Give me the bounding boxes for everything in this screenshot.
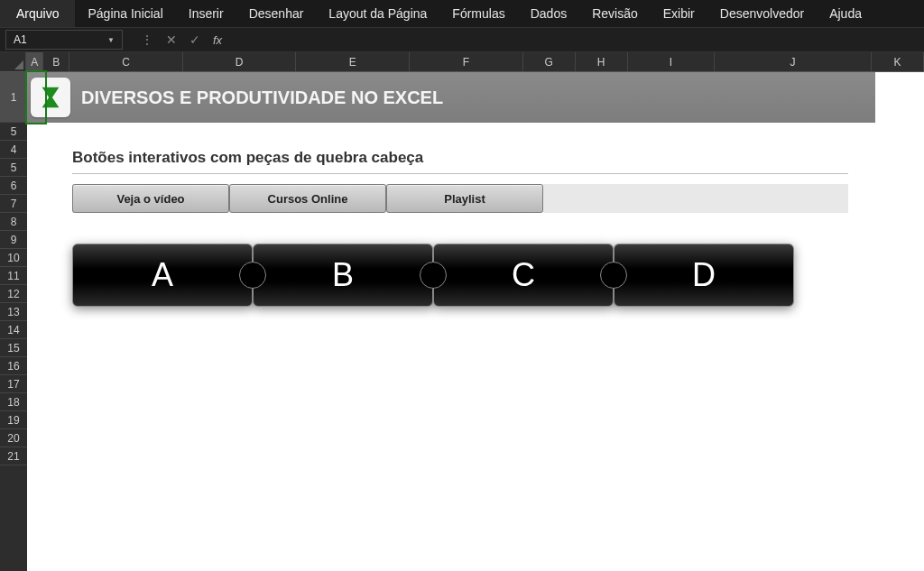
ribbon-tab-view[interactable]: Exibir xyxy=(651,0,707,27)
formula-bar: A1 ▼ ⋮ ✕ ✓ fx xyxy=(0,27,924,52)
column-header[interactable]: I xyxy=(628,52,716,71)
row-header[interactable]: 8 xyxy=(0,213,27,231)
ribbon-tab-home[interactable]: Página Inicial xyxy=(75,0,175,27)
column-header[interactable]: J xyxy=(715,52,872,71)
title-banner: DIVERSOS E PRODUTIVIDADE NO EXCEL xyxy=(27,72,875,123)
fx-icon[interactable]: fx xyxy=(213,33,222,47)
row-header[interactable]: 5 xyxy=(0,123,27,141)
tab-button-playlist[interactable]: Playlist xyxy=(386,184,543,213)
row-header[interactable]: 21 xyxy=(0,447,27,465)
puzzle-label: A xyxy=(152,256,173,294)
ribbon-tab-developer[interactable]: Desenvolvedor xyxy=(707,0,817,27)
tab-buttons-row: Veja o vídeo Cursos Online Playlist xyxy=(72,184,848,213)
row-header[interactable]: 16 xyxy=(0,357,27,375)
puzzle-label: D xyxy=(692,256,716,294)
column-header[interactable]: B xyxy=(43,52,69,71)
column-header[interactable]: A xyxy=(26,52,43,71)
puzzle-piece-b[interactable]: B xyxy=(253,244,433,307)
cancel-icon[interactable]: ✕ xyxy=(166,32,177,47)
column-header[interactable]: D xyxy=(183,52,297,71)
tab-button-courses[interactable]: Cursos Online xyxy=(229,184,386,213)
sheet[interactable]: DIVERSOS E PRODUTIVIDADE NO EXCEL Botões… xyxy=(27,72,924,571)
row-header[interactable]: 9 xyxy=(0,231,27,249)
row-header[interactable]: 1 xyxy=(0,72,27,123)
row-header[interactable]: 11 xyxy=(0,267,27,285)
puzzle-piece-d[interactable]: D xyxy=(614,244,794,307)
row-header[interactable]: 5 xyxy=(0,159,27,177)
column-header[interactable]: H xyxy=(576,52,628,71)
row-header[interactable]: 19 xyxy=(0,411,27,429)
row-headers: 15456789101112131415161718192021 xyxy=(0,72,27,571)
formula-input[interactable] xyxy=(231,30,924,50)
row-header[interactable]: 17 xyxy=(0,375,27,393)
ribbon-tab-data[interactable]: Dados xyxy=(518,0,579,27)
enter-icon[interactable]: ✓ xyxy=(189,32,200,47)
column-header[interactable]: C xyxy=(69,52,183,71)
ribbon-tab-formulas[interactable]: Fórmulas xyxy=(439,0,517,27)
row-header[interactable]: 12 xyxy=(0,285,27,303)
ribbon-tab-draw[interactable]: Desenhar xyxy=(236,0,317,27)
row-header[interactable]: 4 xyxy=(0,141,27,159)
ribbon-tab-pagelayout[interactable]: Layout da Página xyxy=(316,0,439,27)
row-header[interactable]: 15 xyxy=(0,339,27,357)
puzzle-notch-icon xyxy=(239,262,266,289)
ribbon-tab-review[interactable]: Revisão xyxy=(579,0,651,27)
puzzle-piece-a[interactable]: A xyxy=(72,244,253,307)
puzzle-piece-c[interactable]: C xyxy=(433,244,614,307)
column-header[interactable]: E xyxy=(296,52,410,71)
ribbon: Arquivo Página Inicial Inserir Desenhar … xyxy=(0,0,924,27)
puzzle-label: B xyxy=(332,256,354,294)
excel-logo-icon xyxy=(31,78,70,117)
ribbon-tab-insert[interactable]: Inserir xyxy=(176,0,236,27)
name-box[interactable]: A1 ▼ xyxy=(5,30,123,50)
puzzle-notch-icon xyxy=(420,262,447,289)
select-all-corner[interactable] xyxy=(0,52,26,71)
subtitle: Botões interativos com peças de quebra c… xyxy=(72,149,423,167)
row-header[interactable]: 6 xyxy=(0,177,27,195)
chevron-down-icon: ▼ xyxy=(107,36,115,44)
row-header[interactable]: 14 xyxy=(0,321,27,339)
row-header[interactable]: 20 xyxy=(0,429,27,447)
column-header[interactable]: K xyxy=(872,52,924,71)
puzzle-label: C xyxy=(512,256,535,294)
column-header[interactable]: F xyxy=(410,52,523,71)
row-header[interactable]: 13 xyxy=(0,303,27,321)
puzzle-row: A B C D xyxy=(72,244,794,307)
grid: 15456789101112131415161718192021 DIVERSO… xyxy=(0,72,924,571)
tab-button-video[interactable]: Veja o vídeo xyxy=(72,184,229,213)
ribbon-tab-file[interactable]: Arquivo xyxy=(0,0,75,27)
column-header[interactable]: G xyxy=(523,52,576,71)
row-header[interactable]: 7 xyxy=(0,195,27,213)
banner-title: DIVERSOS E PRODUTIVIDADE NO EXCEL xyxy=(81,87,443,108)
row-header[interactable]: 10 xyxy=(0,249,27,267)
name-box-value: A1 xyxy=(14,33,27,46)
ribbon-tab-help[interactable]: Ajuda xyxy=(817,0,874,27)
divider-icon: ⋮ xyxy=(141,32,153,47)
column-headers: ABCDEFGHIJK xyxy=(0,52,924,72)
puzzle-notch-icon xyxy=(600,262,627,289)
row-header[interactable]: 18 xyxy=(0,393,27,411)
horizontal-rule xyxy=(72,173,848,174)
